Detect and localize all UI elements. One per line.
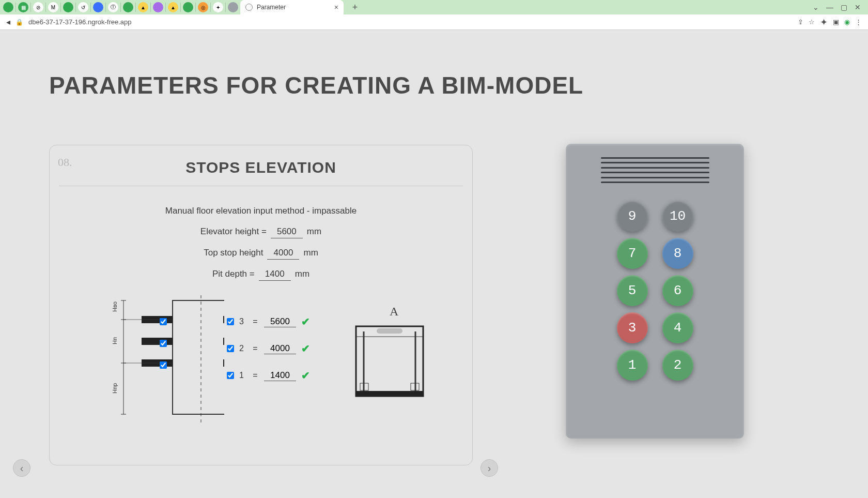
chevron-right-icon: › — [488, 462, 491, 474]
stop-value-input[interactable] — [264, 343, 296, 354]
pinned-tab-icon[interactable] — [63, 2, 73, 12]
floor-button-7[interactable]: 7 — [617, 238, 648, 269]
pinned-tab-icon[interactable] — [228, 2, 238, 12]
stop-index: 1 — [239, 371, 246, 380]
pinned-tab-icon[interactable]: ▲ — [138, 2, 148, 12]
floor-visibility-checkbox[interactable] — [160, 318, 167, 325]
side-panel-icon[interactable]: ▣ — [833, 18, 839, 26]
pinned-tab-icon[interactable] — [3, 2, 13, 12]
equals-label: = — [252, 317, 259, 326]
pinned-tab-icon[interactable]: Ⓣ — [108, 2, 118, 12]
floor-button-6[interactable]: 6 — [662, 275, 693, 306]
param-label: Top stop height — [204, 248, 263, 258]
equals-label: = — [252, 371, 259, 380]
stop-value-input[interactable] — [264, 316, 296, 327]
stop-rows: 3 = ✔ 2 = ✔ 1 = ✔ — [227, 315, 310, 382]
address-bar: ◂ 🔒 dbe6-37-17-37-196.ngrok-free.app ⇪ ☆… — [0, 14, 868, 30]
stop-index: 2 — [239, 344, 246, 353]
svg-rect-20 — [377, 328, 402, 334]
prev-button[interactable]: ‹ — [13, 459, 30, 477]
globe-icon — [245, 4, 253, 11]
pinned-tab-icon[interactable] — [183, 2, 193, 12]
param-group: Elevator height = mm Top stop height mm … — [50, 225, 472, 281]
active-tab[interactable]: Parameter × — [240, 0, 344, 14]
svg-rect-7 — [223, 359, 224, 367]
step-number: 08. — [58, 156, 72, 169]
floor-button-3[interactable]: 3 — [617, 312, 648, 343]
pinned-tab-icon[interactable] — [123, 2, 133, 12]
svg-rect-6 — [223, 338, 224, 345]
card-stops-elevation: 08. STOPS ELEVATION Manual floor elevati… — [49, 145, 473, 465]
stop-enabled-checkbox[interactable] — [227, 372, 234, 379]
lock-icon: 🔒 — [16, 19, 23, 26]
stop-row: 2 = ✔ — [227, 342, 310, 355]
stop-row: 1 = ✔ — [227, 369, 310, 382]
url-text[interactable]: dbe6-37-17-37-196.ngrok-free.app — [28, 18, 131, 26]
pit-detail-diagram — [351, 321, 428, 404]
minimize-icon[interactable]: — — [826, 3, 833, 11]
top-stop-height-input[interactable] — [267, 247, 299, 260]
floor-button-9[interactable]: 9 — [617, 201, 648, 232]
param-label: Pit depth = — [212, 269, 255, 279]
card-subtitle: Manual floor elevation input method - im… — [50, 206, 472, 216]
keypad-grid: 91078563412 — [617, 201, 693, 381]
new-tab-button[interactable]: + — [349, 1, 361, 13]
star-icon[interactable]: ☆ — [809, 18, 815, 26]
profile-icon[interactable]: ◉ — [844, 18, 850, 26]
card-title: STOPS ELEVATION — [60, 159, 462, 176]
unit-label: mm — [295, 269, 309, 279]
pinned-tab-icon[interactable]: ✦ — [213, 2, 223, 12]
floor-button-10[interactable]: 10 — [662, 201, 693, 232]
floor-button-5[interactable]: 5 — [617, 275, 648, 306]
pinned-tab-icon[interactable]: ◎ — [198, 2, 208, 12]
stop-enabled-checkbox[interactable] — [227, 345, 234, 352]
tab-title: Parameter — [257, 4, 286, 11]
svg-text:Нп: Нп — [112, 337, 118, 344]
floor-visibility-checkbox[interactable] — [160, 340, 167, 347]
elevator-height-input[interactable] — [271, 225, 303, 238]
extensions-icon[interactable]: ✦ — [820, 17, 828, 28]
pinned-tab-icon[interactable]: ▲ — [168, 2, 178, 12]
pinned-tab-icon[interactable]: ▦ — [18, 2, 28, 12]
svg-rect-5 — [223, 316, 224, 323]
stop-enabled-checkbox[interactable] — [227, 318, 234, 325]
diagram-area: Нво Нп Нпр 3 = ✔ 2 = — [59, 295, 462, 456]
nav-back-icon[interactable]: ◂ — [6, 17, 10, 27]
close-window-icon[interactable]: ✕ — [855, 3, 861, 11]
diagram-view-label: A — [390, 305, 398, 319]
maximize-icon[interactable]: ▢ — [841, 3, 847, 11]
floor-button-2[interactable]: 2 — [662, 350, 693, 381]
floor-button-8[interactable]: 8 — [662, 238, 693, 269]
svg-rect-19 — [356, 391, 423, 396]
unit-label: mm — [307, 227, 321, 237]
pinned-tab-icon[interactable] — [93, 2, 103, 12]
floor-visibility-checkbox[interactable] — [160, 361, 167, 369]
check-icon: ✔ — [301, 315, 310, 328]
pit-depth-input[interactable] — [259, 268, 291, 281]
svg-text:Нпр: Нпр — [112, 383, 118, 394]
divider — [59, 186, 463, 186]
param-label: Elevator height = — [200, 227, 267, 237]
menu-icon[interactable]: ⋮ — [855, 18, 862, 26]
floor-button-4[interactable]: 4 — [662, 312, 693, 343]
pinned-tab-icon[interactable]: M — [48, 2, 58, 12]
elevator-keypad-panel: 91078563412 — [566, 144, 744, 439]
check-icon: ✔ — [301, 369, 310, 382]
speaker-grille-icon — [601, 157, 709, 183]
pinned-tab-icon[interactable]: ↺ — [78, 2, 88, 12]
close-tab-icon[interactable]: × — [334, 3, 338, 11]
svg-text:Нво: Нво — [112, 301, 118, 312]
chevron-left-icon: ‹ — [20, 462, 24, 474]
stop-index: 3 — [239, 317, 246, 326]
floor-button-1[interactable]: 1 — [617, 350, 648, 381]
page-title: PARAMETERS FOR CREATING A BIM-MODEL — [49, 71, 819, 99]
next-button[interactable]: › — [481, 459, 498, 477]
equals-label: = — [252, 344, 259, 353]
chevron-down-icon[interactable]: ⌄ — [813, 3, 819, 11]
stop-value-input[interactable] — [264, 370, 296, 381]
pinned-tab-icon[interactable]: ⊘ — [33, 2, 43, 12]
pinned-tab-icon[interactable] — [153, 2, 163, 12]
share-icon[interactable]: ⇪ — [798, 18, 803, 26]
check-icon: ✔ — [301, 342, 310, 355]
stop-row: 3 = ✔ — [227, 315, 310, 328]
